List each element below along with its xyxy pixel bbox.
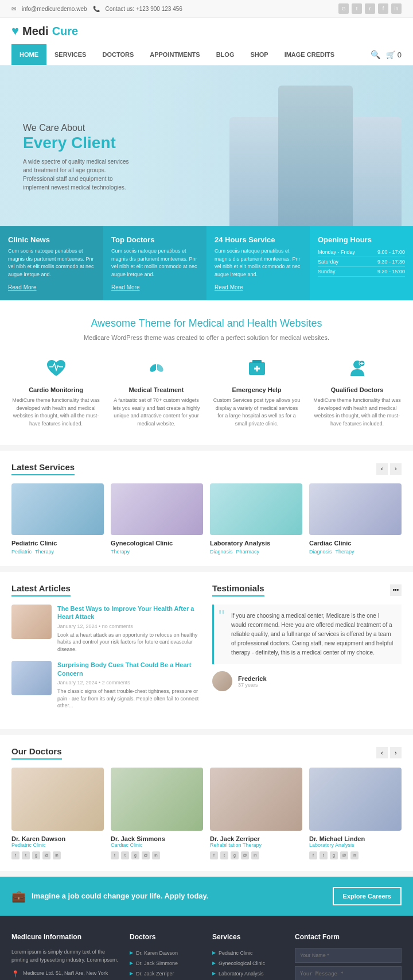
testimonials-nav-btn[interactable]: ••• (390, 584, 402, 596)
social-icon-rss[interactable]: r (365, 3, 375, 14)
doctor-clinic-michael[interactable]: Laboratory Analysis (309, 842, 402, 848)
social-g-jack-z[interactable]: g (231, 851, 239, 859)
footer-service-0[interactable]: ▶ Pediatric Clinic (212, 948, 283, 958)
social-f-jack-s[interactable]: f (111, 851, 119, 859)
social-t-jack-s[interactable]: t (121, 851, 129, 859)
nav-item-shop[interactable]: SHOP (242, 44, 276, 65)
social-e-jack-s[interactable]: @ (142, 851, 150, 859)
footer-service-2[interactable]: ▶ Laboratory Analysis (212, 969, 283, 979)
social-icon-linkedin[interactable]: in (391, 3, 402, 14)
nav-item-blog[interactable]: BLOG (208, 44, 243, 65)
tag-therapy-2[interactable]: Therapy (111, 549, 130, 555)
footer-doctor-0[interactable]: ▶ Dr. Karen Dawson (130, 948, 201, 958)
info-strip: Clinic News Cum sociis natoque penatibus… (0, 226, 413, 300)
social-in-jack-z[interactable]: in (251, 851, 259, 859)
nav-item-doctors[interactable]: DOCTORS (94, 44, 142, 65)
article-comments-2[interactable]: 2 comments (102, 680, 130, 685)
footer-service-name-2: Laboratory Analysis (219, 971, 264, 977)
services-title: Latest Services (11, 462, 75, 475)
social-t-karen[interactable]: t (22, 851, 30, 859)
social-icon-google[interactable]: G (338, 3, 349, 14)
services-header: Latest Services ‹ › (11, 462, 402, 475)
service-img-cardiac (309, 483, 402, 535)
search-icon[interactable]: 🔍 (371, 50, 380, 59)
doctor-clinic-karen[interactable]: Pediatric Clinic (11, 842, 104, 848)
nav-link-home[interactable]: HOME (11, 44, 46, 65)
social-e-jack-z[interactable]: @ (241, 851, 249, 859)
article-comments-1[interactable]: no comments (102, 623, 133, 629)
social-e-karen[interactable]: @ (42, 851, 50, 859)
doctor-clinic-jack-z[interactable]: Rehabilitation Therapy (210, 842, 302, 848)
social-f-jack-z[interactable]: f (210, 851, 218, 859)
footer-doctor-2[interactable]: ▶ Dr. Jack Zerriper (130, 969, 201, 979)
articles-section: Latest Articles The Best Ways to Improve… (11, 583, 201, 718)
top-doctors-link[interactable]: Read More (111, 284, 139, 290)
tag-therapy-1[interactable]: Therapy (35, 549, 54, 555)
service-tags-gynecological: Therapy (111, 549, 203, 555)
social-g-jack-s[interactable]: g (131, 851, 139, 859)
tag-pharmacy[interactable]: Pharmacy (236, 549, 260, 555)
clinic-news-link[interactable]: Read More (8, 284, 36, 290)
social-in-jack-s[interactable]: in (152, 851, 160, 859)
nav-link-appointments[interactable]: APPOINTMENTS (142, 44, 208, 65)
testimonial-author-1: Frederick 37 years (212, 671, 402, 691)
nav-link-services[interactable]: SERVICES (46, 44, 94, 65)
tag-pediatric[interactable]: Pediatric (11, 549, 32, 555)
social-icon-facebook[interactable]: f (378, 3, 388, 14)
services-next-btn[interactable]: › (390, 463, 402, 475)
contact-name-input[interactable] (295, 948, 402, 963)
nav-link-doctors[interactable]: DOCTORS (94, 44, 142, 65)
hero-title: Every Client (23, 133, 138, 153)
doctors-next-btn[interactable]: › (390, 747, 402, 758)
nav-item-appointments[interactable]: APPOINTMENTS (142, 44, 208, 65)
author-avatar-1 (212, 671, 232, 691)
nav-item-services[interactable]: SERVICES (46, 44, 94, 65)
doctors-prev-btn[interactable]: ‹ (376, 747, 388, 758)
qualified-doctors-name: Qualified Doctors (313, 386, 402, 393)
emergency-icon (244, 355, 270, 381)
article-meta-1: January 12, 2024 • no comments (57, 623, 201, 629)
24hours-link[interactable]: Read More (215, 284, 243, 290)
social-g-karen[interactable]: g (32, 851, 40, 859)
social-t-michael[interactable]: t (320, 851, 328, 859)
nav-link-image-credits[interactable]: IMAGE CREDITS (276, 44, 342, 65)
tag-therapy-3[interactable]: Therapy (336, 549, 354, 555)
feature-emergency: Emergency Help Custom Services post type… (212, 355, 301, 428)
info-box-clinic-news: Clinic News Cum sociis natoque penatibus… (0, 226, 103, 300)
social-icon-twitter[interactable]: t (352, 3, 362, 14)
tag-diagnosis-2[interactable]: Diagnosis (309, 549, 332, 555)
nav-item-home[interactable]: HOME (11, 44, 46, 65)
social-g-michael[interactable]: g (330, 851, 338, 859)
footer-service-1[interactable]: ▶ Gynecological Clinic (212, 958, 283, 969)
nav-item-image-credits[interactable]: IMAGE CREDITS (276, 44, 342, 65)
contact-message-input[interactable] (295, 966, 402, 980)
article-excerpt-2: The classic signs of heart trouble-chest… (57, 688, 201, 710)
social-t-jack-z[interactable]: t (220, 851, 228, 859)
article-img-1 (11, 605, 52, 639)
nav-link-blog[interactable]: BLOG (208, 44, 243, 65)
social-in-michael[interactable]: in (350, 851, 359, 859)
doctor-name-karen: Dr. Karen Dawson (11, 835, 104, 842)
footer-col-doctors: Doctors ▶ Dr. Karen Dawson ▶ Dr. Jack Si… (130, 933, 201, 980)
cta-banner: 💼 Imagine a job could change your life. … (0, 877, 413, 916)
doctor-clinic-jack-s[interactable]: Cardiac Clinic (111, 842, 203, 848)
service-card-pediatric: Pediatric Clinic Pediatric Therapy (11, 483, 104, 555)
footer-doctor-1[interactable]: ▶ Dr. Jack Simmone (130, 958, 201, 969)
article-content-1: The Best Ways to Improve Your Health Aft… (57, 605, 201, 653)
explore-careers-button[interactable]: Explore Careers (333, 887, 402, 905)
header: ♥ MediCure (0, 18, 413, 44)
article-title-2[interactable]: Surprising Body Cues That Could Be a Hea… (57, 661, 201, 677)
top-doctors-text: Cum sociis natoque penatibus et magnis d… (111, 247, 198, 278)
social-e-michael[interactable]: @ (340, 851, 348, 859)
article-content-2: Surprising Body Cues That Could Be a Hea… (57, 661, 201, 709)
logo-cure: Cure (52, 25, 79, 38)
nav-link-shop[interactable]: SHOP (242, 44, 276, 65)
cart-icon[interactable]: 🛒 0 (386, 51, 402, 59)
tag-diagnosis-1[interactable]: Diagnosis (210, 549, 233, 555)
article-title-1[interactable]: The Best Ways to Improve Your Health Aft… (57, 605, 201, 621)
social-f-karen[interactable]: f (11, 851, 20, 859)
logo[interactable]: ♥ MediCure (11, 24, 78, 38)
social-f-michael[interactable]: f (309, 851, 317, 859)
social-in-karen[interactable]: in (53, 851, 61, 859)
services-prev-btn[interactable]: ‹ (376, 463, 388, 475)
